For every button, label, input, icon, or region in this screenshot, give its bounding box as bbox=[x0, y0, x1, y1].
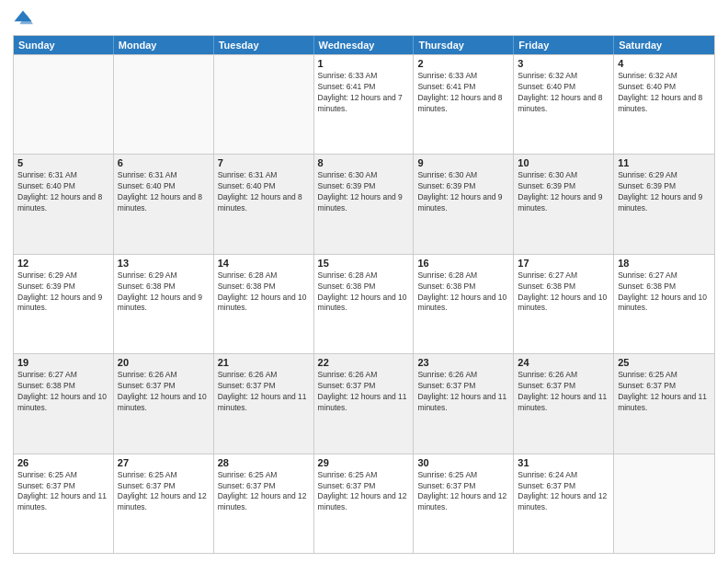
cal-cell: 25Sunrise: 6:25 AMSunset: 6:37 PMDayligh… bbox=[614, 354, 714, 453]
cell-info: Sunrise: 6:25 AMSunset: 6:37 PMDaylight:… bbox=[118, 470, 210, 514]
cal-cell: 24Sunrise: 6:26 AMSunset: 6:37 PMDayligh… bbox=[514, 354, 614, 453]
calendar: SundayMondayTuesdayWednesdayThursdayFrid… bbox=[13, 35, 715, 554]
day-number: 16 bbox=[417, 258, 509, 269]
logo-icon bbox=[13, 9, 33, 29]
cal-cell: 31Sunrise: 6:24 AMSunset: 6:37 PMDayligh… bbox=[514, 454, 614, 553]
cell-info: Sunrise: 6:32 AMSunset: 6:40 PMDaylight:… bbox=[618, 71, 711, 115]
cell-info: Sunrise: 6:25 AMSunset: 6:37 PMDaylight:… bbox=[218, 470, 310, 514]
cell-info: Sunrise: 6:30 AMSunset: 6:39 PMDaylight:… bbox=[318, 170, 410, 214]
cell-info: Sunrise: 6:27 AMSunset: 6:38 PMDaylight:… bbox=[518, 270, 609, 315]
cell-info: Sunrise: 6:24 AMSunset: 6:37 PMDaylight:… bbox=[518, 470, 609, 514]
cell-info: Sunrise: 6:26 AMSunset: 6:37 PMDaylight:… bbox=[318, 370, 410, 414]
cal-week-4: 19Sunrise: 6:27 AMSunset: 6:38 PMDayligh… bbox=[14, 353, 714, 453]
cal-cell: 26Sunrise: 6:25 AMSunset: 6:37 PMDayligh… bbox=[14, 454, 114, 553]
cal-cell: 1Sunrise: 6:33 AMSunset: 6:41 PMDaylight… bbox=[314, 55, 415, 154]
day-number: 22 bbox=[318, 357, 410, 368]
cal-cell: 28Sunrise: 6:25 AMSunset: 6:37 PMDayligh… bbox=[214, 454, 314, 553]
day-number: 18 bbox=[618, 258, 711, 269]
cal-cell: 17Sunrise: 6:27 AMSunset: 6:38 PMDayligh… bbox=[514, 255, 614, 353]
cal-cell: 18Sunrise: 6:27 AMSunset: 6:38 PMDayligh… bbox=[614, 255, 714, 353]
day-number: 24 bbox=[518, 357, 609, 368]
day-number: 27 bbox=[118, 457, 210, 468]
cell-info: Sunrise: 6:29 AMSunset: 6:38 PMDaylight:… bbox=[118, 270, 210, 315]
cal-cell: 3Sunrise: 6:32 AMSunset: 6:40 PMDaylight… bbox=[514, 55, 614, 154]
cal-week-1: 1Sunrise: 6:33 AMSunset: 6:41 PMDaylight… bbox=[14, 54, 714, 154]
cal-cell: 4Sunrise: 6:32 AMSunset: 6:40 PMDaylight… bbox=[614, 55, 714, 154]
day-number: 23 bbox=[417, 357, 509, 368]
cal-cell: 29Sunrise: 6:25 AMSunset: 6:37 PMDayligh… bbox=[314, 454, 415, 553]
day-number: 4 bbox=[618, 58, 711, 69]
day-number: 7 bbox=[218, 157, 310, 168]
cal-cell: 30Sunrise: 6:25 AMSunset: 6:37 PMDayligh… bbox=[414, 454, 514, 553]
day-number: 29 bbox=[318, 457, 410, 468]
cell-info: Sunrise: 6:27 AMSunset: 6:38 PMDaylight:… bbox=[618, 270, 711, 315]
cell-info: Sunrise: 6:28 AMSunset: 6:38 PMDaylight:… bbox=[218, 270, 310, 315]
cal-cell: 10Sunrise: 6:30 AMSunset: 6:39 PMDayligh… bbox=[514, 155, 614, 253]
cal-cell: 16Sunrise: 6:28 AMSunset: 6:38 PMDayligh… bbox=[414, 255, 514, 353]
cal-header-tuesday: Tuesday bbox=[214, 36, 314, 54]
cal-week-5: 26Sunrise: 6:25 AMSunset: 6:37 PMDayligh… bbox=[14, 454, 714, 553]
cal-cell: 23Sunrise: 6:26 AMSunset: 6:37 PMDayligh… bbox=[414, 354, 514, 453]
cell-info: Sunrise: 6:27 AMSunset: 6:38 PMDaylight:… bbox=[17, 370, 109, 414]
day-number: 13 bbox=[118, 258, 210, 269]
cal-cell: 9Sunrise: 6:30 AMSunset: 6:39 PMDaylight… bbox=[414, 155, 514, 253]
cal-cell bbox=[114, 55, 214, 154]
cal-cell: 7Sunrise: 6:31 AMSunset: 6:40 PMDaylight… bbox=[214, 155, 314, 253]
cal-cell: 20Sunrise: 6:26 AMSunset: 6:37 PMDayligh… bbox=[114, 354, 214, 453]
day-number: 9 bbox=[417, 157, 509, 168]
cell-info: Sunrise: 6:33 AMSunset: 6:41 PMDaylight:… bbox=[318, 71, 410, 115]
cal-header-sunday: Sunday bbox=[14, 36, 114, 54]
cell-info: Sunrise: 6:26 AMSunset: 6:37 PMDaylight:… bbox=[118, 370, 210, 414]
page-header bbox=[13, 9, 715, 29]
cal-cell: 21Sunrise: 6:26 AMSunset: 6:37 PMDayligh… bbox=[214, 354, 314, 453]
day-number: 21 bbox=[218, 357, 310, 368]
cell-info: Sunrise: 6:31 AMSunset: 6:40 PMDaylight:… bbox=[17, 170, 109, 214]
day-number: 31 bbox=[518, 457, 609, 468]
cell-info: Sunrise: 6:33 AMSunset: 6:41 PMDaylight:… bbox=[417, 71, 509, 115]
calendar-header-row: SundayMondayTuesdayWednesdayThursdayFrid… bbox=[14, 36, 714, 54]
day-number: 19 bbox=[17, 357, 109, 368]
day-number: 15 bbox=[318, 258, 410, 269]
cal-cell bbox=[14, 55, 114, 154]
cell-info: Sunrise: 6:31 AMSunset: 6:40 PMDaylight:… bbox=[218, 170, 310, 214]
day-number: 10 bbox=[518, 157, 609, 168]
cal-week-2: 5Sunrise: 6:31 AMSunset: 6:40 PMDaylight… bbox=[14, 154, 714, 253]
cell-info: Sunrise: 6:29 AMSunset: 6:39 PMDaylight:… bbox=[17, 270, 109, 315]
day-number: 25 bbox=[618, 357, 711, 368]
day-number: 3 bbox=[518, 58, 609, 69]
day-number: 12 bbox=[17, 258, 109, 269]
cal-cell: 6Sunrise: 6:31 AMSunset: 6:40 PMDaylight… bbox=[114, 155, 214, 253]
cal-cell bbox=[214, 55, 314, 154]
cal-week-3: 12Sunrise: 6:29 AMSunset: 6:39 PMDayligh… bbox=[14, 254, 714, 353]
day-number: 14 bbox=[218, 258, 310, 269]
logo bbox=[13, 9, 37, 29]
cal-cell: 12Sunrise: 6:29 AMSunset: 6:39 PMDayligh… bbox=[14, 255, 114, 353]
cal-cell: 5Sunrise: 6:31 AMSunset: 6:40 PMDaylight… bbox=[14, 155, 114, 253]
cell-info: Sunrise: 6:25 AMSunset: 6:37 PMDaylight:… bbox=[17, 470, 109, 514]
cal-cell: 14Sunrise: 6:28 AMSunset: 6:38 PMDayligh… bbox=[214, 255, 314, 353]
day-number: 8 bbox=[318, 157, 410, 168]
cell-info: Sunrise: 6:28 AMSunset: 6:38 PMDaylight:… bbox=[318, 270, 410, 315]
cell-info: Sunrise: 6:32 AMSunset: 6:40 PMDaylight:… bbox=[518, 71, 609, 115]
cell-info: Sunrise: 6:25 AMSunset: 6:37 PMDaylight:… bbox=[618, 370, 711, 414]
day-number: 28 bbox=[218, 457, 310, 468]
cal-cell: 19Sunrise: 6:27 AMSunset: 6:38 PMDayligh… bbox=[14, 354, 114, 453]
day-number: 20 bbox=[118, 357, 210, 368]
cell-info: Sunrise: 6:26 AMSunset: 6:37 PMDaylight:… bbox=[518, 370, 609, 414]
day-number: 26 bbox=[17, 457, 109, 468]
cal-header-wednesday: Wednesday bbox=[314, 36, 415, 54]
cal-cell: 8Sunrise: 6:30 AMSunset: 6:39 PMDaylight… bbox=[314, 155, 415, 253]
cal-cell: 2Sunrise: 6:33 AMSunset: 6:41 PMDaylight… bbox=[414, 55, 514, 154]
cal-cell: 11Sunrise: 6:29 AMSunset: 6:39 PMDayligh… bbox=[614, 155, 714, 253]
cell-info: Sunrise: 6:26 AMSunset: 6:37 PMDaylight:… bbox=[417, 370, 509, 414]
cal-cell: 13Sunrise: 6:29 AMSunset: 6:38 PMDayligh… bbox=[114, 255, 214, 353]
cal-header-friday: Friday bbox=[514, 36, 614, 54]
cell-info: Sunrise: 6:25 AMSunset: 6:37 PMDaylight:… bbox=[318, 470, 410, 514]
cal-header-thursday: Thursday bbox=[414, 36, 514, 54]
day-number: 2 bbox=[417, 58, 509, 69]
cell-info: Sunrise: 6:28 AMSunset: 6:38 PMDaylight:… bbox=[417, 270, 509, 315]
cal-cell: 22Sunrise: 6:26 AMSunset: 6:37 PMDayligh… bbox=[314, 354, 415, 453]
calendar-body: 1Sunrise: 6:33 AMSunset: 6:41 PMDaylight… bbox=[14, 54, 714, 553]
cell-info: Sunrise: 6:29 AMSunset: 6:39 PMDaylight:… bbox=[618, 170, 711, 214]
cal-cell bbox=[614, 454, 714, 553]
